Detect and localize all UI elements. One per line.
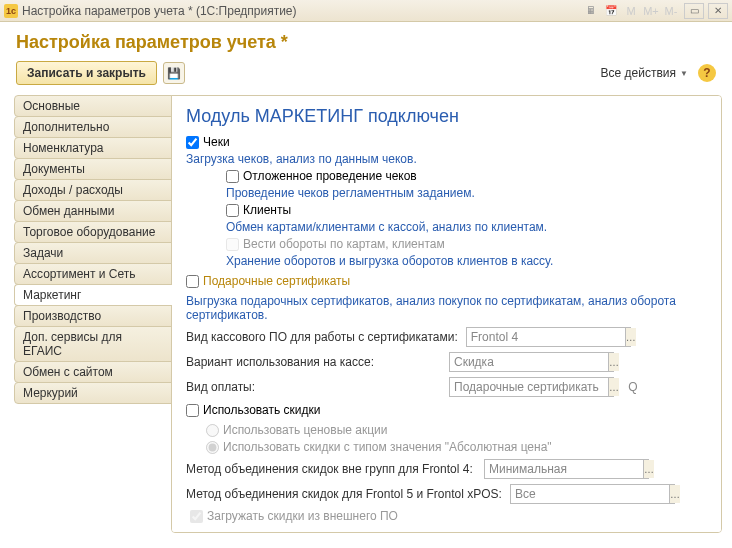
gift-checkbox[interactable] [186,275,199,288]
m-minus-button[interactable]: M- [662,3,680,19]
turnover-label: Вести обороты по картам, клиентам [243,237,445,251]
clients-checkbox[interactable] [226,204,239,217]
sidebar-tab[interactable]: Основные [14,95,172,117]
method-frontol5-label: Метод объединения скидок для Frontol 5 и… [186,487,502,501]
method-outside-ellipsis-button[interactable]: … [643,460,654,478]
turnover-checkbox [226,238,239,251]
load-external-row: Загружать скидки из внешнего ПО [190,509,707,523]
kasso-ellipsis-button[interactable]: … [625,328,636,346]
kasso-row: Вид кассового ПО для работы с сертификат… [186,327,707,347]
turnover-link[interactable]: Хранение оборотов и выгрузка оборотов кл… [226,254,707,268]
sidebar-tab[interactable]: Производство [14,305,172,327]
save-and-close-button[interactable]: Записать и закрыть [16,61,157,85]
module-title: Модуль МАРКЕТИНГ подключен [186,106,707,127]
turnover-row: Вести обороты по картам, клиентам [226,237,707,251]
sidebar-tab[interactable]: Меркурий [14,382,172,404]
checks-label: Чеки [203,135,230,149]
variant-input-box: … [449,352,614,372]
save-icon-button[interactable]: 💾 [163,62,185,84]
payment-ellipsis-button[interactable]: … [608,378,619,396]
method-frontol5-row: Метод объединения скидок для Frontol 5 и… [186,484,707,504]
method-frontol5-ellipsis-button[interactable]: … [669,485,680,503]
sidebar-tab[interactable]: Обмен с сайтом [14,361,172,383]
sidebar-tab[interactable]: Номенклатура [14,137,172,159]
clients-row: Клиенты [226,203,707,217]
payment-row: Вид оплаты: … Q [186,377,707,397]
kasso-input-box: … [466,327,631,347]
payment-label: Вид оплаты: [186,380,441,394]
deferred-checkbox[interactable] [226,170,239,183]
gift-desc-link[interactable]: Выгрузка подарочных сертификатов, анализ… [186,294,707,322]
sidebar-tab[interactable]: Торговое оборудование [14,221,172,243]
toolbar: Записать и закрыть 💾 Все действия ▼ ? [0,61,732,95]
variant-ellipsis-button[interactable]: … [608,353,619,371]
variant-input[interactable] [450,355,608,369]
all-actions-link[interactable]: Все действия [601,66,676,80]
sidebar-tab[interactable]: Доходы / расходы [14,179,172,201]
deferred-row: Отложенное проведение чеков [226,169,707,183]
chevron-down-icon[interactable]: ▼ [680,69,688,78]
deferred-label: Отложенное проведение чеков [243,169,417,183]
use-discounts-checkbox[interactable] [186,404,199,417]
checks-checkbox-row: Чеки [186,135,707,149]
close-button[interactable]: ✕ [708,3,728,19]
radio-price [206,424,219,437]
method-outside-label: Метод объединения скидок вне групп для F… [186,462,476,476]
sidebar-tab[interactable]: Дополнительно [14,116,172,138]
sidebar-tab[interactable]: Документы [14,158,172,180]
m-plus-button[interactable]: M+ [642,3,660,19]
m-button[interactable]: M [622,3,640,19]
radio-abs-label: Использовать скидки с типом значения "Аб… [223,440,552,454]
main-panel: Модуль МАРКЕТИНГ подключен Чеки Загрузка… [171,95,722,533]
radio-abs [206,441,219,454]
radio-abs-row: Использовать скидки с типом значения "Аб… [206,440,707,454]
checks-desc-link[interactable]: Загрузка чеков, анализ по данным чеков. [186,152,707,166]
deferred-link[interactable]: Проведение чеков регламентным заданием. [226,186,707,200]
variant-row: Вариант использования на кассе: … [186,352,707,372]
app-icon: 1c [4,4,18,18]
method-outside-row: Метод объединения скидок вне групп для F… [186,459,707,479]
method-outside-input-box: … [484,459,649,479]
variant-label: Вариант использования на кассе: [186,355,441,369]
payment-clear-button[interactable]: Q [624,378,642,396]
sidebar-tab[interactable]: Доп. сервисы для ЕГАИС [14,326,172,362]
sidebar-tab[interactable]: Обмен данными [14,200,172,222]
calendar-icon[interactable]: 📅 [602,3,620,19]
gift-row: Подарочные сертификаты [186,274,707,288]
clients-link[interactable]: Обмен картами/клиентами с кассой, анализ… [226,220,707,234]
sidebar-tab[interactable]: Маркетинг [14,284,172,306]
calc-icon[interactable]: 🖩 [582,3,600,19]
window-title: Настройка параметров учета * (1С:Предпри… [22,4,582,18]
sidebar-tab[interactable]: Задачи [14,242,172,264]
checks-checkbox[interactable] [186,136,199,149]
payment-input-box: … [449,377,614,397]
sidebar-tab[interactable]: Ассортимент и Сеть [14,263,172,285]
help-icon[interactable]: ? [698,64,716,82]
kasso-input[interactable] [467,330,625,344]
kasso-label: Вид кассового ПО для работы с сертификат… [186,330,458,344]
radio-price-label: Использовать ценовые акции [223,423,387,437]
method-frontol5-input-box: … [510,484,675,504]
use-discounts-label: Использовать скидки [203,403,320,417]
sidebar: ОсновныеДополнительноНоменклатураДокумен… [14,95,172,533]
load-external-checkbox [190,510,203,523]
method-frontol5-input[interactable] [511,487,669,501]
clients-label: Клиенты [243,203,291,217]
use-discounts-row: Использовать скидки [186,403,707,417]
load-external-label: Загружать скидки из внешнего ПО [207,509,398,523]
method-outside-input[interactable] [485,462,643,476]
header: Настройка параметров учета * [0,22,732,61]
minimize-button[interactable]: ▭ [684,3,704,19]
payment-input[interactable] [450,380,608,394]
gift-label: Подарочные сертификаты [203,274,350,288]
page-title: Настройка параметров учета * [16,32,716,53]
radio-price-row: Использовать ценовые акции [206,423,707,437]
titlebar: 1c Настройка параметров учета * (1С:Пред… [0,0,732,22]
